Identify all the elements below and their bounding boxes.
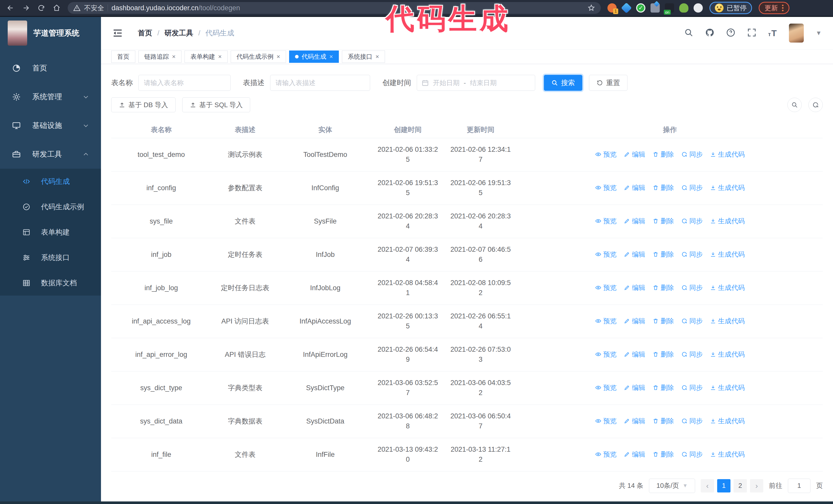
- github-icon[interactable]: [705, 28, 714, 38]
- sidebar-item-form-builder[interactable]: 表单构建: [0, 219, 101, 245]
- preview-link[interactable]: 预览: [595, 183, 617, 192]
- import-db-button[interactable]: 基于 DB 导入: [111, 97, 175, 112]
- search-icon[interactable]: [684, 28, 693, 38]
- browser-menu-icon[interactable]: [782, 5, 784, 11]
- address-bar[interactable]: 不安全 dashboard.yudao.iocoder.cn/tool/code…: [68, 2, 601, 14]
- bookmark-star-icon[interactable]: [588, 4, 595, 12]
- sync-link[interactable]: 同步: [681, 416, 703, 426]
- reset-button[interactable]: 重置: [589, 75, 627, 91]
- tab-4[interactable]: 代码生成示例×: [231, 50, 286, 63]
- extension-gem-icon[interactable]: [622, 3, 631, 13]
- tab-close-icon[interactable]: ×: [277, 54, 280, 60]
- next-page-button[interactable]: ›: [750, 479, 763, 493]
- goto-page-input[interactable]: [788, 479, 810, 493]
- sidebar-fold-icon[interactable]: [112, 28, 123, 39]
- generate-code-link[interactable]: 生成代码: [710, 383, 745, 392]
- edit-link[interactable]: 编辑: [624, 350, 645, 359]
- toggle-search-button[interactable]: [787, 98, 802, 112]
- extension-grid-icon[interactable]: [650, 3, 660, 13]
- home-icon[interactable]: [52, 4, 61, 12]
- delete-link[interactable]: 删除: [652, 183, 674, 192]
- sidebar-item-system-api[interactable]: 系统接口: [0, 245, 101, 270]
- sidebar-item-infra[interactable]: 基础设施: [0, 111, 101, 140]
- extension-robot-icon[interactable]: [679, 3, 688, 13]
- preview-link[interactable]: 预览: [595, 317, 617, 326]
- delete-link[interactable]: 删除: [652, 350, 674, 359]
- edit-link[interactable]: 编辑: [624, 383, 645, 392]
- edit-link[interactable]: 编辑: [624, 283, 645, 292]
- sidebar-item-codegen[interactable]: 代码生成: [0, 169, 101, 194]
- logo-row[interactable]: 芋道管理系统: [0, 17, 101, 49]
- tab-6[interactable]: 系统接口×: [342, 50, 385, 63]
- tab-close-icon[interactable]: ×: [218, 54, 222, 60]
- generate-code-link[interactable]: 生成代码: [710, 416, 745, 426]
- edit-link[interactable]: 编辑: [624, 416, 645, 426]
- generate-code-link[interactable]: 生成代码: [710, 283, 745, 292]
- edit-link[interactable]: 编辑: [624, 450, 645, 459]
- preview-link[interactable]: 预览: [595, 217, 617, 225]
- edit-link[interactable]: 编辑: [624, 150, 645, 159]
- browser-profile-button[interactable]: 已暂停: [710, 2, 752, 14]
- edit-link[interactable]: 编辑: [624, 250, 645, 259]
- breadcrumb-home[interactable]: 首页: [138, 28, 152, 38]
- url-text[interactable]: dashboard.yudao.iocoder.cn/tool/codegen: [112, 4, 584, 12]
- tab-close-icon[interactable]: ×: [329, 54, 333, 60]
- delete-link[interactable]: 删除: [652, 416, 674, 426]
- sync-link[interactable]: 同步: [681, 183, 703, 192]
- tab-close-icon[interactable]: ×: [376, 54, 379, 60]
- sync-link[interactable]: 同步: [681, 250, 703, 259]
- generate-code-link[interactable]: 生成代码: [710, 317, 745, 326]
- reload-icon[interactable]: [37, 4, 46, 12]
- page-button-1[interactable]: 1: [717, 479, 731, 493]
- delete-link[interactable]: 删除: [652, 383, 674, 392]
- generate-code-link[interactable]: 生成代码: [710, 450, 745, 459]
- import-sql-button[interactable]: 基于 SQL 导入: [182, 97, 251, 112]
- sync-link[interactable]: 同步: [681, 450, 703, 459]
- font-size-icon[interactable]: тT: [768, 28, 777, 38]
- sidebar-item-devtools[interactable]: 研发工具: [0, 140, 101, 169]
- fullscreen-icon[interactable]: [747, 28, 756, 38]
- page-size-select[interactable]: 10条/页▼: [649, 479, 695, 493]
- preview-link[interactable]: 预览: [595, 350, 617, 359]
- delete-link[interactable]: 删除: [652, 250, 674, 259]
- preview-link[interactable]: 预览: [595, 250, 617, 259]
- preview-link[interactable]: 预览: [595, 416, 617, 426]
- extension-icon[interactable]: 1: [608, 3, 617, 13]
- extensions-puzzle-icon[interactable]: [694, 3, 703, 13]
- sync-link[interactable]: 同步: [681, 150, 703, 159]
- back-icon[interactable]: [6, 4, 15, 12]
- table-desc-input[interactable]: [270, 75, 370, 91]
- search-button[interactable]: 搜索: [544, 75, 582, 91]
- sync-link[interactable]: 同步: [681, 383, 703, 392]
- browser-update-button[interactable]: 更新: [759, 2, 789, 14]
- tab-close-icon[interactable]: ×: [172, 54, 175, 60]
- preview-link[interactable]: 预览: [595, 450, 617, 459]
- edit-link[interactable]: 编辑: [624, 183, 645, 192]
- breadcrumb-devtools[interactable]: 研发工具: [165, 28, 193, 38]
- forward-icon[interactable]: [22, 4, 30, 12]
- sidebar-item-system[interactable]: 系统管理: [0, 82, 101, 111]
- generate-code-link[interactable]: 生成代码: [710, 183, 745, 192]
- delete-link[interactable]: 删除: [652, 217, 674, 225]
- sidebar-item-db-doc[interactable]: 数据库文档: [0, 270, 101, 295]
- sidebar-item-codegen-example[interactable]: 代码生成示例: [0, 194, 101, 219]
- sync-link[interactable]: 同步: [681, 283, 703, 292]
- date-range-picker[interactable]: 开始日期 - 结束日期: [417, 75, 535, 91]
- tab-2[interactable]: 链路追踪×: [138, 50, 182, 63]
- edit-link[interactable]: 编辑: [624, 317, 645, 326]
- tab-5[interactable]: 代码生成×: [289, 50, 339, 63]
- preview-link[interactable]: 预览: [595, 150, 617, 159]
- edit-link[interactable]: 编辑: [624, 217, 645, 225]
- delete-link[interactable]: 删除: [652, 150, 674, 159]
- delete-link[interactable]: 删除: [652, 450, 674, 459]
- sync-link[interactable]: 同步: [681, 217, 703, 225]
- tab-1[interactable]: 首页: [111, 50, 135, 63]
- page-button-2[interactable]: 2: [734, 479, 747, 493]
- generate-code-link[interactable]: 生成代码: [710, 350, 745, 359]
- prev-page-button[interactable]: ‹: [701, 479, 714, 493]
- generate-code-link[interactable]: 生成代码: [710, 250, 745, 259]
- preview-link[interactable]: 预览: [595, 383, 617, 392]
- delete-link[interactable]: 删除: [652, 283, 674, 292]
- tab-3[interactable]: 表单构建×: [185, 50, 228, 63]
- refresh-button[interactable]: [808, 98, 823, 112]
